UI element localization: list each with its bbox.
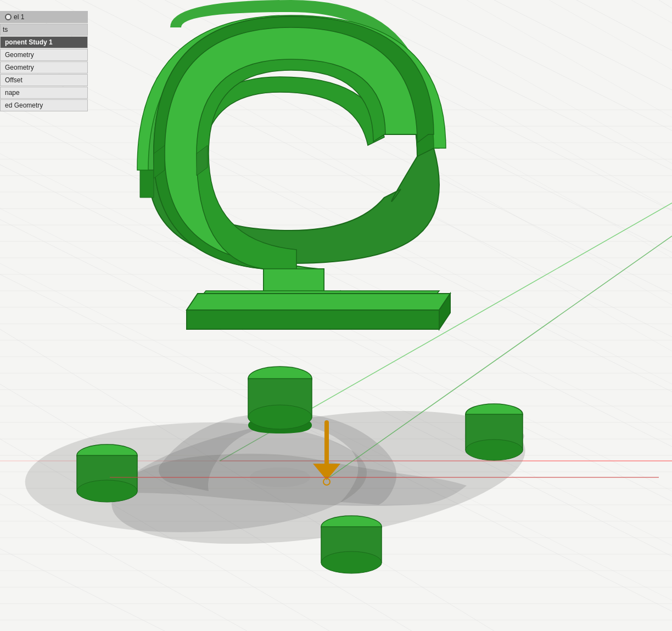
geometry1-label: Geometry <box>5 51 34 59</box>
sidebar-item-ed-geometry[interactable]: ed Geometry <box>0 99 88 111</box>
sidebar: el 1 ts ponent Study 1 Geometry Geometry… <box>0 0 88 112</box>
grid-background <box>0 0 672 631</box>
offset-label: Offset <box>5 76 23 84</box>
sidebar-item-model1[interactable]: el 1 <box>0 11 88 23</box>
ed-geometry-label: ed Geometry <box>5 102 43 109</box>
sidebar-item-ts[interactable]: ts <box>0 24 88 36</box>
3d-viewport[interactable]: el 1 ts ponent Study 1 Geometry Geometry… <box>0 0 672 631</box>
svg-point-80 <box>466 440 523 460</box>
component-study-label: ponent Study 1 <box>5 38 53 46</box>
sidebar-item-geometry1[interactable]: Geometry <box>0 49 88 61</box>
svg-point-78 <box>77 480 137 502</box>
svg-point-76 <box>248 405 312 429</box>
model1-label: el 1 <box>14 13 24 21</box>
sidebar-item-shape[interactable]: nape <box>0 87 88 99</box>
ts-label: ts <box>3 26 8 33</box>
shape-label: nape <box>5 89 20 97</box>
sidebar-item-geometry2[interactable]: Geometry <box>0 61 88 74</box>
sidebar-item-component-study[interactable]: ponent Study 1 <box>0 36 88 48</box>
svg-point-82 <box>321 551 382 573</box>
geometry2-label: Geometry <box>5 64 34 71</box>
radio-icon <box>5 14 12 20</box>
sidebar-item-offset[interactable]: Offset <box>0 74 88 86</box>
